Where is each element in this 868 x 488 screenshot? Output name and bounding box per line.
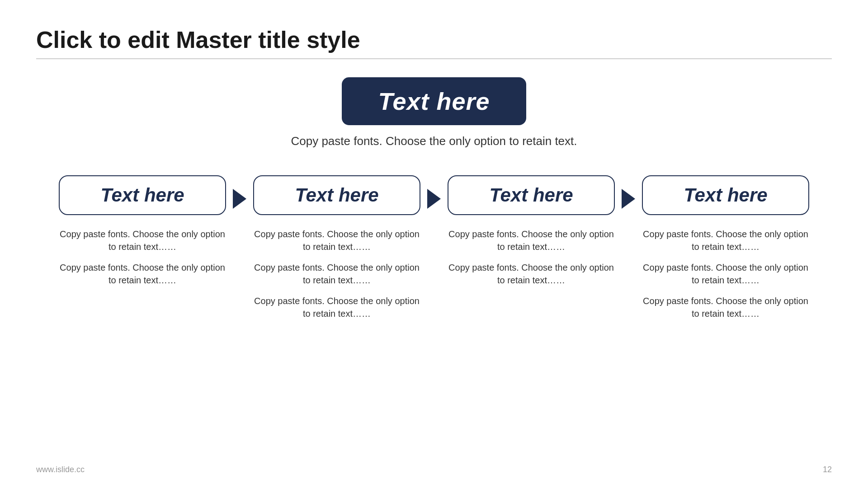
- flow-arrow-2: [427, 175, 441, 209]
- footer-page-number: 12: [823, 465, 832, 474]
- flow-bullets-4: Copy paste fonts. Choose the only option…: [642, 228, 809, 320]
- arrow-shape-1: [233, 189, 246, 209]
- center-box[interactable]: Text here: [342, 77, 526, 125]
- flow-item-1: Text here Copy paste fonts. Choose the o…: [52, 175, 233, 286]
- flow-bullet-3-1: Copy paste fonts. Choose the only option…: [448, 261, 615, 286]
- flow-arrow-3: [622, 175, 635, 209]
- flow-item-4: Text here Copy paste fonts. Choose the o…: [635, 175, 816, 320]
- flow-section: Text here Copy paste fonts. Choose the o…: [36, 175, 832, 320]
- flow-bullet-3-0: Copy paste fonts. Choose the only option…: [448, 228, 615, 253]
- arrow-shape-2: [427, 189, 441, 209]
- slide-container: Click to edit Master title style Text he…: [0, 0, 868, 488]
- flow-bullet-2-0: Copy paste fonts. Choose the only option…: [253, 228, 420, 253]
- flow-box-3[interactable]: Text here: [448, 175, 615, 215]
- flow-bullet-1-0: Copy paste fonts. Choose the only option…: [59, 228, 226, 253]
- footer-url: www.islide.cc: [36, 465, 85, 474]
- flow-bullet-1-1: Copy paste fonts. Choose the only option…: [59, 261, 226, 286]
- flow-bullets-1: Copy paste fonts. Choose the only option…: [59, 228, 226, 286]
- flow-bullet-4-0: Copy paste fonts. Choose the only option…: [642, 228, 809, 253]
- flow-arrow-1: [233, 175, 246, 209]
- center-box-text: Text here: [378, 88, 490, 115]
- flow-bullet-4-1: Copy paste fonts. Choose the only option…: [642, 261, 809, 286]
- flow-box-text-1: Text here: [100, 184, 184, 206]
- flow-box-text-3: Text here: [489, 184, 573, 206]
- flow-box-1[interactable]: Text here: [59, 175, 226, 215]
- flow-bullets-3: Copy paste fonts. Choose the only option…: [448, 228, 615, 286]
- flow-item-2: Text here Copy paste fonts. Choose the o…: [246, 175, 427, 320]
- flow-item-3: Text here Copy paste fonts. Choose the o…: [441, 175, 622, 286]
- flow-box-4[interactable]: Text here: [642, 175, 809, 215]
- flow-bullet-4-2: Copy paste fonts. Choose the only option…: [642, 295, 809, 320]
- flow-bullet-2-2: Copy paste fonts. Choose the only option…: [253, 295, 420, 320]
- center-subtitle: Copy paste fonts. Choose the only option…: [291, 134, 577, 148]
- arrow-shape-3: [622, 189, 635, 209]
- flow-bullets-2: Copy paste fonts. Choose the only option…: [253, 228, 420, 320]
- footer: www.islide.cc 12: [36, 465, 832, 474]
- flow-bullet-2-1: Copy paste fonts. Choose the only option…: [253, 261, 420, 286]
- flow-box-text-2: Text here: [295, 184, 378, 206]
- flow-box-text-4: Text here: [684, 184, 767, 206]
- center-box-area: Text here Copy paste fonts. Choose the o…: [36, 77, 832, 148]
- flow-box-2[interactable]: Text here: [253, 175, 420, 215]
- slide-title[interactable]: Click to edit Master title style: [36, 27, 832, 53]
- title-divider: [36, 58, 832, 59]
- title-area: Click to edit Master title style: [36, 27, 832, 59]
